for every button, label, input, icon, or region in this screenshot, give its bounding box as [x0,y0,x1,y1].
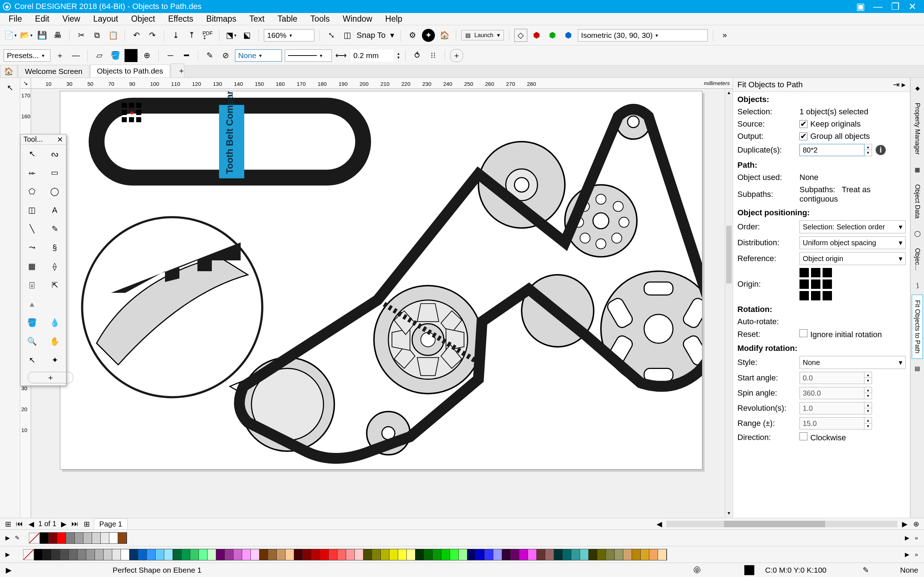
color-swatch[interactable] [52,549,60,560]
color-swatch[interactable] [398,549,407,560]
color-swatch[interactable] [545,549,554,560]
menu-edit[interactable]: Edit [29,14,56,24]
polygon-tool-icon[interactable]: ⬠ [21,182,43,201]
import-icon[interactable]: ⤓ [169,29,182,42]
pick-tool-icon[interactable]: ↖ [3,81,17,95]
page-prev-icon[interactable]: ◀ [27,520,36,528]
color-swatch[interactable] [312,549,320,560]
color-swatch[interactable] [173,549,181,560]
paste-icon[interactable]: 📋 [107,29,120,42]
zoom-level-combo[interactable]: 160%▾ [264,29,314,42]
color-swatch[interactable] [118,533,127,543]
vtab-icon-1[interactable]: ◆ [913,83,922,93]
snap-to-label[interactable]: Snap To [357,31,386,40]
color-swatch[interactable] [528,549,537,560]
color-swatch[interactable] [75,533,83,543]
color-swatch[interactable] [190,549,199,560]
connector-tool-icon[interactable]: ⤳ [21,239,43,257]
text-tool-icon[interactable]: A [43,201,66,220]
color-swatch[interactable] [40,533,49,543]
color-swatch[interactable] [286,549,294,560]
snap-dd-icon[interactable]: ▾ [388,29,396,42]
keep-originals-checkbox[interactable]: ✔ [800,120,808,128]
color-swatch[interactable] [571,549,580,560]
color-swatch[interactable] [502,549,511,560]
color-swatch[interactable] [49,533,57,543]
color-swatch[interactable] [493,549,502,560]
color-swatch[interactable] [43,549,52,560]
crop-tool-icon[interactable]: ▭ [43,163,66,182]
info-icon[interactable]: i [876,145,886,155]
color-swatch[interactable] [511,549,519,560]
page-add-icon[interactable]: ⊞ [3,520,12,528]
color-swatch[interactable] [658,549,667,560]
shape-tool-icon[interactable]: ⬰ [21,163,43,182]
palette-eyedrop-icon[interactable]: ✎ [12,533,22,543]
menu-view[interactable]: View [56,14,87,24]
menu-help[interactable]: Help [379,14,409,24]
no-color-swatch[interactable] [29,533,40,543]
color-swatch[interactable] [164,549,173,560]
drawing-page[interactable]: Tooth Belt Compamny [60,91,703,469]
gravity-icon[interactable]: ⬔▾ [225,29,237,42]
status-cursor-icon[interactable]: ▶ [6,566,11,574]
home-icon[interactable]: 🏠 [438,29,451,42]
color-swatch[interactable] [597,549,606,560]
canvas-area[interactable]: ↘ millimeters 10305070901001101201301401… [20,78,733,518]
color-swatch[interactable] [155,549,164,560]
color-swatch[interactable] [112,549,121,560]
undo-icon[interactable]: ↶ [130,29,143,42]
options-icon[interactable]: ⚙ [406,29,419,42]
quick-customize-icon[interactable]: ＋ [28,372,73,384]
linestyle-combo[interactable]: ▾ [285,49,332,62]
color-swatch[interactable] [103,549,112,560]
eyedropper-tool-icon[interactable]: 💧 [43,313,66,332]
add-button-icon[interactable]: ＋ [450,49,463,62]
color-swatch[interactable] [381,549,389,560]
color-swatch[interactable] [415,549,424,560]
page-next-icon[interactable]: ▶ [59,520,68,528]
color-swatch[interactable] [121,549,129,560]
color-swatch[interactable] [60,549,69,560]
color-swatch[interactable] [320,549,329,560]
palette-menu-icon[interactable]: ▶ [3,533,12,543]
export-icon[interactable]: ⤒ [185,29,198,42]
spin-up[interactable]: ▲ [397,52,400,56]
snap-icon-1[interactable]: ⤡ [325,29,338,42]
plane-top-icon[interactable]: ◇ [514,29,527,42]
line-thick-icon[interactable]: ━ [180,49,193,62]
ignore-rotation-checkbox[interactable] [800,329,808,337]
pick-tool-icon[interactable]: ↖ [21,145,43,163]
color-swatch[interactable] [129,549,138,560]
menu-layout[interactable]: Layout [87,14,124,24]
cut-icon[interactable]: ✂ [75,29,88,42]
vtab-icon-2[interactable]: ▦ [913,164,922,174]
order-select[interactable]: Selection: Selection order▾ [800,220,906,233]
color-swatch[interactable] [181,549,190,560]
color-swatch[interactable] [363,549,372,560]
page-tab-1[interactable]: Page 1 [94,519,128,529]
redo-icon[interactable]: ↷ [146,29,159,42]
spin-down-icon[interactable]: ▼ [864,150,872,156]
copy-icon[interactable]: ⧉ [90,29,103,42]
color-swatch[interactable] [277,549,286,560]
color-swatch[interactable] [234,549,242,560]
color-swatch[interactable] [433,549,441,560]
ruler-origin-icon[interactable]: ↘ [20,78,31,89]
projected-tool-icon[interactable]: ⇱ [43,276,66,295]
menu-object[interactable]: Object [124,14,162,24]
minimize-button[interactable]: — [869,0,887,13]
navigator-icon[interactable]: ⊕ [912,520,921,528]
hscroll-left-icon[interactable]: ◀ [655,520,663,528]
color-swatch[interactable] [407,549,415,560]
spin-down[interactable]: ▼ [397,56,400,60]
close-button[interactable]: ✕ [904,0,921,13]
spin-up-icon[interactable]: ▲ [864,144,872,150]
fill-icon[interactable]: 🪣 [109,49,122,62]
horizontal-scrollbar[interactable] [666,521,897,527]
color-swatch[interactable] [329,549,338,560]
color-swatch[interactable] [606,549,615,560]
color-swatch[interactable] [476,549,485,560]
palette2-menu-icon[interactable]: ▶ [3,549,12,560]
halo-combo[interactable]: None▾ [235,49,282,62]
